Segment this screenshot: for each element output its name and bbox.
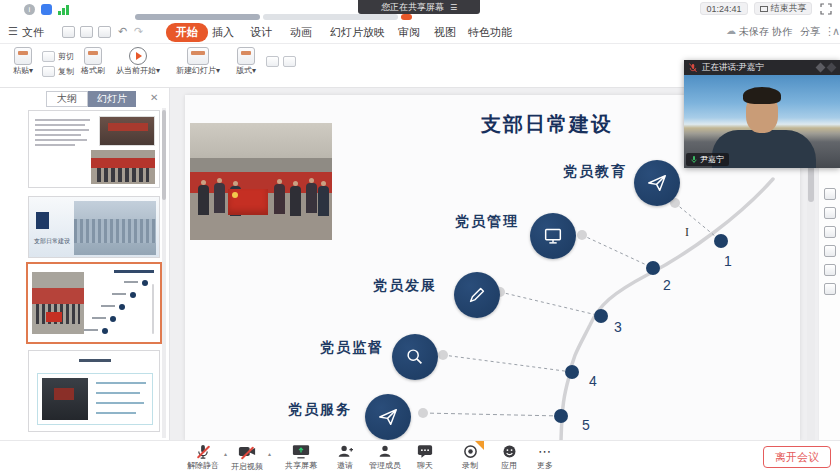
tab-outline[interactable]: 大纲	[46, 91, 88, 107]
save-status[interactable]: 未保存	[739, 25, 769, 39]
unmute-label: 解除静音	[180, 460, 226, 471]
text-cursor: I	[685, 225, 689, 240]
reset-icon[interactable]	[283, 56, 296, 67]
paste-icon	[14, 47, 32, 65]
tab-special-features[interactable]: 特色功能	[468, 25, 512, 40]
video-options-caret-icon[interactable]: ▴	[268, 450, 271, 457]
fullscreen-icon[interactable]	[820, 3, 832, 15]
print-icon[interactable]	[98, 26, 111, 38]
diagram-item-label[interactable]: 党员管理	[455, 213, 519, 231]
invite-icon	[337, 444, 353, 459]
diagram-item-label[interactable]: 党员发展	[373, 277, 437, 295]
sharing-status-pill: 您正在共享屏幕 ☰	[358, 0, 480, 14]
export-icon[interactable]	[80, 26, 93, 38]
diagram-item-label[interactable]: 党员服务	[288, 401, 352, 419]
chat-button[interactable]: 聊天	[402, 444, 448, 471]
start-video-label: 开启视频	[224, 461, 270, 472]
play-from-current-button[interactable]: 从当前开始▾	[112, 47, 164, 76]
tab-animation[interactable]: 动画	[290, 25, 312, 40]
caret-down-icon: ▾	[252, 66, 256, 75]
tab-insert[interactable]: 插入	[212, 25, 234, 40]
cut-button[interactable]: 剪切	[42, 51, 74, 62]
collapse-ribbon-icon[interactable]: ∧	[832, 25, 840, 38]
undo-icon[interactable]: ↶	[118, 25, 127, 38]
paste-button[interactable]: 粘贴▾	[8, 47, 38, 76]
panel-scrollbar[interactable]	[162, 108, 166, 438]
monitor-icon[interactable]	[530, 213, 576, 259]
slide-thumbnail[interactable]	[28, 110, 160, 188]
person-hair	[743, 87, 781, 104]
diagram-number: 1	[724, 253, 732, 269]
pencil-icon[interactable]	[454, 272, 500, 318]
copy-button[interactable]: 复制	[42, 66, 74, 77]
cloud-icon: ☁	[726, 25, 736, 36]
shield-icon[interactable]	[41, 4, 52, 15]
magnifier-icon[interactable]	[392, 334, 438, 380]
share-screen-button[interactable]: 共享屏幕	[278, 444, 324, 471]
caret-down-icon: ▾	[216, 66, 220, 75]
collab-button[interactable]: 协作	[772, 25, 792, 39]
menu-icon[interactable]: ☰	[8, 25, 18, 38]
history-panel-icon[interactable]	[824, 283, 836, 295]
tab-slideshow[interactable]: 幻灯片放映	[330, 25, 385, 40]
cut-label: 剪切	[58, 51, 74, 62]
thumb-content-box	[37, 373, 153, 425]
mic-off-icon	[689, 63, 697, 73]
more-button[interactable]: ⋯ 更多	[522, 444, 568, 471]
tab-design[interactable]: 设计	[250, 25, 272, 40]
start-video-button[interactable]: 开启视频	[224, 444, 270, 472]
new-slide-button[interactable]: 新建幻灯片▾	[170, 47, 226, 76]
diagram-item-label[interactable]: 党员教育	[563, 163, 627, 181]
tab-view[interactable]: 视图	[434, 25, 456, 40]
thumb-photo	[99, 116, 155, 146]
file-menu[interactable]: 文件	[22, 25, 44, 40]
outline-tab-label: 大纲	[57, 92, 77, 106]
leave-meeting-button[interactable]: 离开会议	[763, 446, 831, 468]
thumb-text-lines	[35, 119, 90, 149]
image-panel-icon[interactable]	[824, 264, 836, 276]
slide-thumbnail[interactable]	[28, 350, 160, 432]
stop-share-button[interactable]: 结束共享	[754, 2, 812, 15]
webcam-overlay[interactable]: 正在讲话:尹嘉宁 尹嘉宁	[684, 60, 840, 168]
save-icon[interactable]	[62, 26, 75, 38]
signal-icon	[62, 8, 65, 15]
copy-icon	[42, 66, 55, 77]
caret-down-icon: ▾	[156, 66, 160, 75]
section-icon[interactable]	[266, 56, 279, 67]
menu-icon[interactable]: ☰	[450, 3, 457, 12]
tab-home[interactable]: 开始	[166, 23, 208, 42]
thumb-photo	[32, 272, 84, 334]
layout-button[interactable]: 版式▾	[230, 47, 262, 76]
stop-share-label: 结束共享	[771, 2, 807, 15]
tab-slides[interactable]: 幻灯片	[88, 91, 136, 107]
comment-panel-icon[interactable]	[824, 245, 836, 257]
more-label: 更多	[522, 460, 568, 471]
animation-panel-icon[interactable]	[824, 226, 836, 238]
paper-plane-icon[interactable]	[634, 160, 680, 206]
chat-label: 聊天	[402, 460, 448, 471]
thumb-title-bar	[114, 270, 154, 273]
copy-label: 复制	[58, 66, 74, 77]
play-icon	[129, 47, 147, 65]
section-group	[266, 52, 296, 71]
diagram-item-label[interactable]: 党员监督	[320, 339, 384, 357]
paste-label: 粘贴	[13, 66, 29, 75]
slide-thumbnail-selected[interactable]	[26, 262, 162, 344]
info-icon[interactable]: i	[24, 4, 35, 15]
paper-plane-icon[interactable]	[365, 394, 411, 440]
diagram-number: 3	[614, 319, 622, 335]
thumb-caption: 支部日常建设	[34, 237, 70, 246]
redo-icon[interactable]: ↷	[134, 25, 143, 38]
layout-icon	[237, 47, 255, 65]
screen: i 您正在共享屏幕 ☰ 01:24:41 结束共享 ☰ 文件 ↶ ↷ 开始 插入…	[0, 0, 840, 473]
share-button[interactable]: 分享	[800, 25, 820, 39]
tab-review[interactable]: 审阅	[398, 25, 420, 40]
properties-panel-icon[interactable]	[824, 188, 836, 200]
format-painter-button[interactable]: 格式刷	[78, 47, 108, 76]
close-panel-icon[interactable]: ✕	[150, 92, 158, 103]
unmute-button[interactable]: 解除静音	[180, 444, 226, 471]
slide-thumbnail[interactable]: 支部日常建设	[28, 196, 160, 258]
sharing-status-text: 您正在共享屏幕	[381, 1, 444, 14]
more-icon: ⋯	[522, 444, 568, 459]
design-panel-icon[interactable]	[824, 207, 836, 219]
